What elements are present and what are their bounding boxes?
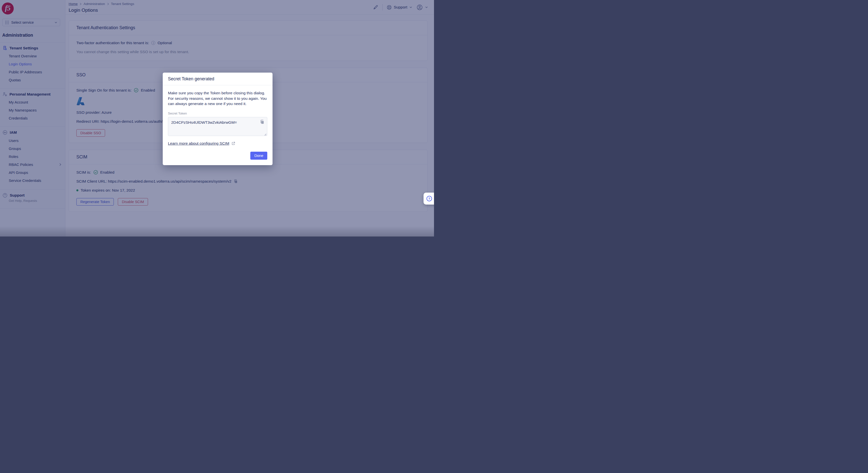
secret-token-field[interactable]: 2D4CPzSHs4UlDWT3wZvkiAbrwGM=	[168, 117, 267, 136]
done-button[interactable]: Done	[250, 152, 267, 160]
question-circle-icon: ?	[427, 196, 432, 201]
secret-token-dialog: Secret Token generated Make sure you cop…	[163, 72, 273, 165]
help-button[interactable]: ?	[424, 193, 434, 204]
scim-docs-link[interactable]: Learn more about configuring SCIM	[168, 141, 229, 146]
app-window: f5 Select service Administration	[0, 0, 434, 236]
copy-token-button[interactable]	[260, 120, 265, 125]
dialog-title: Secret Token generated	[168, 76, 214, 82]
dialog-header: Secret Token generated	[163, 72, 273, 85]
resize-handle-icon[interactable]	[264, 133, 267, 136]
dialog-message: Make sure you copy the Token before clos…	[168, 90, 267, 106]
secret-token-label: Secret Token	[168, 112, 267, 115]
external-link-icon	[231, 141, 235, 146]
copy-icon	[260, 120, 265, 125]
secret-token-field-wrap: 2D4CPzSHs4UlDWT3wZvkiAbrwGM=	[168, 117, 267, 137]
